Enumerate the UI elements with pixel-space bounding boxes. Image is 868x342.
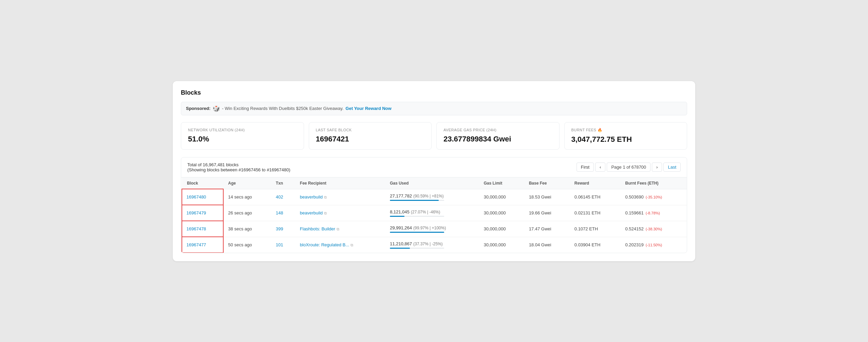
stat-label-1: LAST SAFE BLOCK bbox=[316, 128, 425, 132]
age-cell-0: 14 secs ago bbox=[223, 189, 271, 205]
sponsor-icon: 🎲 bbox=[212, 105, 220, 112]
page-title: Blocks bbox=[181, 89, 687, 96]
gas-bar-3 bbox=[390, 248, 410, 249]
stats-grid: NETWORK UTILIZATION (24H)51.0%LAST SAFE … bbox=[181, 122, 687, 150]
block-cell-3: 16967477 bbox=[182, 237, 224, 253]
txn-link-3[interactable]: 101 bbox=[276, 242, 283, 247]
block-link-1[interactable]: 16967479 bbox=[187, 210, 206, 215]
txn-cell-3: 101 bbox=[271, 237, 295, 253]
burnt-value-2: 0.524152 bbox=[625, 226, 643, 231]
burnt-fees-cell-2: 0.524152 (-38.30%) bbox=[620, 221, 687, 237]
txn-link-0[interactable]: 402 bbox=[276, 194, 283, 200]
txn-cell-0: 402 bbox=[271, 189, 295, 205]
burnt-pct-1: (-8.78%) bbox=[645, 211, 660, 215]
showing-range-text: (Showing blocks between #16967456 to #16… bbox=[187, 167, 290, 172]
block-cell-2: 16967478 bbox=[182, 221, 224, 237]
sponsor-text: - Win Exciting Rewards With Duelbits $25… bbox=[222, 106, 343, 111]
gas-used-cell-3: 11,210,867(37.37% | -25%) bbox=[385, 237, 479, 253]
fee-recipient-cell-3: bloXroute: Regulated B...⧉ bbox=[295, 237, 385, 253]
copy-icon-3[interactable]: ⧉ bbox=[351, 243, 353, 247]
age-cell-2: 38 secs ago bbox=[223, 221, 271, 237]
gas-bar-1 bbox=[390, 216, 404, 217]
stat-card-1: LAST SAFE BLOCK16967421 bbox=[309, 122, 432, 150]
table-row: 1696747838 secs ago399Flashbots: Builder… bbox=[182, 221, 687, 237]
txn-link-2[interactable]: 399 bbox=[276, 226, 283, 231]
gas-bar-wrap-2: 29,991,264(99.97% | +100%) bbox=[390, 225, 474, 233]
txn-cell-1: 148 bbox=[271, 205, 295, 221]
gas-pct-2: (99.97% | +100%) bbox=[413, 226, 446, 230]
base-fee-cell-2: 17.47 Gwei bbox=[524, 221, 570, 237]
stat-card-0: NETWORK UTILIZATION (24H)51.0% bbox=[181, 122, 304, 150]
base-fee-cell-0: 18.53 Gwei bbox=[524, 189, 570, 205]
burnt-value-3: 0.202319 bbox=[625, 242, 643, 247]
fee-recipient-link-3[interactable]: bloXroute: Regulated B... bbox=[300, 242, 349, 247]
gas-bar-wrap-0: 27,177,782(90.59% | +81%) bbox=[390, 193, 474, 201]
table-body: 1696748014 secs ago402beaverbuild⧉27,177… bbox=[182, 189, 687, 253]
gas-value-3: 11,210,867 bbox=[390, 241, 412, 246]
base-fee-cell-1: 19.66 Gwei bbox=[524, 205, 570, 221]
stat-card-3: BURNT FEES 🔥3,047,772.75 ETH bbox=[564, 122, 687, 150]
gas-pct-1: (27.07% | -46%) bbox=[411, 210, 440, 214]
fee-recipient-cell-1: beaverbuild⧉ bbox=[295, 205, 385, 221]
pagination: First ‹ Page 1 of 678700 › Last bbox=[577, 163, 681, 172]
page-info: Page 1 of 678700 bbox=[607, 163, 650, 172]
copy-icon-0[interactable]: ⧉ bbox=[324, 195, 327, 200]
col-header-base-fee: Base Fee bbox=[524, 177, 570, 189]
fee-recipient-link-1[interactable]: beaverbuild bbox=[300, 210, 323, 215]
gas-limit-cell-0: 30,000,000 bbox=[479, 189, 524, 205]
gas-value-1: 8,121,045 bbox=[390, 209, 410, 214]
burnt-pct-0: (-35.10%) bbox=[645, 195, 662, 199]
sponsor-link[interactable]: Get Your Reward Now bbox=[345, 106, 391, 111]
gas-limit-cell-2: 30,000,000 bbox=[479, 221, 524, 237]
col-header-burnt-fees-(eth): Burnt Fees (ETH) bbox=[620, 177, 687, 189]
burnt-fees-cell-3: 0.202319 (-11.50%) bbox=[620, 237, 687, 253]
sponsored-label: Sponsored: bbox=[186, 106, 210, 111]
block-link-0[interactable]: 16967480 bbox=[187, 194, 206, 200]
gas-used-cell-0: 27,177,782(90.59% | +81%) bbox=[385, 189, 479, 205]
main-container: Blocks Sponsored: 🎲 - Win Exciting Rewar… bbox=[173, 81, 695, 261]
first-page-button[interactable]: First bbox=[577, 163, 594, 172]
gas-bar-container-2 bbox=[390, 232, 444, 233]
stat-value-1: 16967421 bbox=[316, 135, 425, 144]
gas-bar-0 bbox=[390, 200, 439, 201]
stat-value-2: 23.677899834 Gwei bbox=[444, 135, 552, 144]
txn-link-1[interactable]: 148 bbox=[276, 210, 283, 215]
blocks-table: BlockAgeTxnFee RecipientGas UsedGas Limi… bbox=[181, 177, 687, 253]
total-blocks-text: Total of 16,967,481 blocks bbox=[187, 162, 290, 167]
age-cell-1: 26 secs ago bbox=[223, 205, 271, 221]
gas-pct-0: (90.59% | +81%) bbox=[413, 194, 444, 198]
copy-icon-2[interactable]: ⧉ bbox=[337, 227, 339, 231]
fee-recipient-cell-2: Flashbots: Builder⧉ bbox=[295, 221, 385, 237]
gas-value-row-2: 29,991,264(99.97% | +100%) bbox=[390, 225, 474, 230]
base-fee-cell-3: 18.04 Gwei bbox=[524, 237, 570, 253]
table-header-row: Total of 16,967,481 blocks (Showing bloc… bbox=[181, 157, 687, 177]
gas-value-row-0: 27,177,782(90.59% | +81%) bbox=[390, 193, 474, 198]
gas-limit-cell-1: 30,000,000 bbox=[479, 205, 524, 221]
gas-value-row-3: 11,210,867(37.37% | -25%) bbox=[390, 241, 474, 246]
col-header-fee-recipient: Fee Recipient bbox=[295, 177, 385, 189]
next-page-button[interactable]: › bbox=[652, 163, 662, 172]
last-page-button[interactable]: Last bbox=[663, 163, 681, 172]
prev-page-button[interactable]: ‹ bbox=[595, 163, 605, 172]
burnt-pct-3: (-11.50%) bbox=[645, 243, 662, 247]
fee-recipient-link-2[interactable]: Flashbots: Builder bbox=[300, 226, 335, 231]
table-row: 1696747750 secs ago101bloXroute: Regulat… bbox=[182, 237, 687, 253]
gas-used-cell-1: 8,121,045(27.07% | -46%) bbox=[385, 205, 479, 221]
reward-cell-2: 0.1072 ETH bbox=[570, 221, 621, 237]
block-link-3[interactable]: 16967477 bbox=[187, 242, 206, 247]
fee-recipient-link-0[interactable]: beaverbuild bbox=[300, 194, 323, 200]
col-header-gas-used: Gas Used bbox=[385, 177, 479, 189]
gas-bar-wrap-1: 8,121,045(27.07% | -46%) bbox=[390, 209, 474, 217]
table-row: 1696747926 secs ago148beaverbuild⧉8,121,… bbox=[182, 205, 687, 221]
burnt-pct-2: (-38.30%) bbox=[645, 227, 662, 231]
copy-icon-1[interactable]: ⧉ bbox=[324, 211, 327, 215]
block-link-2[interactable]: 16967478 bbox=[187, 226, 206, 231]
gas-value-2: 29,991,264 bbox=[390, 225, 412, 230]
stat-label-2: AVERAGE GAS PRICE (24H) bbox=[444, 128, 552, 132]
gas-used-cell-2: 29,991,264(99.97% | +100%) bbox=[385, 221, 479, 237]
reward-cell-1: 0.02131 ETH bbox=[570, 205, 621, 221]
table-row: 1696748014 secs ago402beaverbuild⧉27,177… bbox=[182, 189, 687, 205]
gas-bar-container-1 bbox=[390, 216, 444, 217]
burnt-value-1: 0.159661 bbox=[625, 210, 643, 215]
stat-card-2: AVERAGE GAS PRICE (24H)23.677899834 Gwei bbox=[436, 122, 560, 150]
